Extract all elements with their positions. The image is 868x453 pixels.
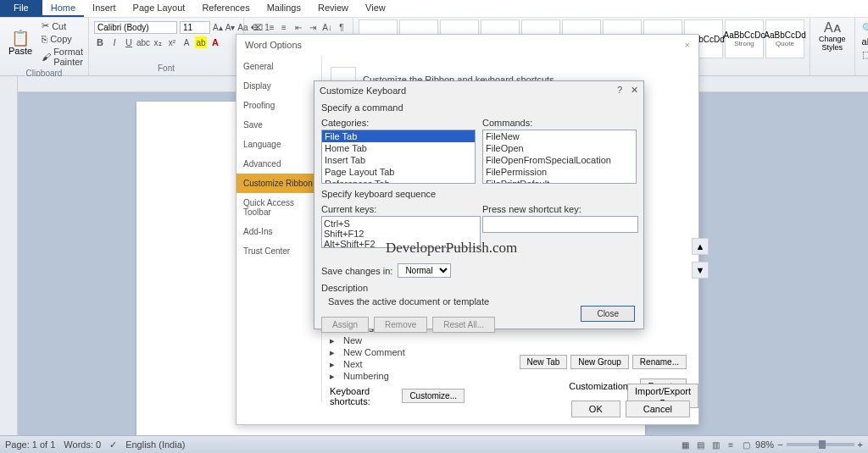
change-styles-button[interactable]: Aᴀ Change Styles <box>815 19 849 53</box>
customize-kbd-button[interactable]: Customize... <box>402 389 465 403</box>
ok-button[interactable]: OK <box>571 401 620 417</box>
reset-all-button[interactable]: Reset All... <box>432 317 495 333</box>
tab-view[interactable]: View <box>357 0 394 17</box>
style-item[interactable]: AaBbCcDdQuote <box>765 19 804 58</box>
grow-font-icon[interactable]: A▴ <box>213 22 223 34</box>
zoom-in-button[interactable]: + <box>858 439 863 450</box>
decrease-indent-icon[interactable]: ⇤ <box>292 21 304 33</box>
sidebar-item[interactable]: Language <box>236 135 321 154</box>
tab-references[interactable]: References <box>193 0 258 17</box>
new-tab-button[interactable]: New Tab <box>520 355 568 369</box>
command-item[interactable]: FilePermission <box>483 166 636 178</box>
current-key-item[interactable]: Shift+F12 <box>324 229 478 239</box>
tab-mailings[interactable]: Mailings <box>259 0 309 17</box>
italic-icon[interactable]: I <box>108 36 120 48</box>
zoom-label[interactable]: 98% <box>755 439 774 450</box>
zoom-slider[interactable] <box>787 443 854 446</box>
tab-page-layout[interactable]: Page Layout <box>125 0 194 17</box>
new-group-button[interactable]: New Group <box>570 355 629 369</box>
sidebar-item[interactable]: Trust Center <box>236 241 321 261</box>
sidebar-item[interactable]: Display <box>236 76 321 96</box>
zoom-out-button[interactable]: − <box>777 439 782 450</box>
superscript-icon[interactable]: x² <box>166 36 178 48</box>
cut-button[interactable]: ✂Cut <box>39 19 86 32</box>
font-color-icon[interactable]: A <box>209 36 221 48</box>
multilevel-icon[interactable]: ≡ <box>278 21 290 33</box>
close-button[interactable]: Close <box>581 306 635 322</box>
reading-layout-icon[interactable]: ▤ <box>694 439 706 450</box>
new-shortcut-input[interactable] <box>482 216 638 233</box>
command-item[interactable]: FilePrintDefault <box>483 178 636 184</box>
bold-icon[interactable]: B <box>94 36 106 48</box>
assign-button[interactable]: Assign <box>321 317 369 333</box>
remove-button[interactable]: Remove <box>374 317 427 333</box>
categories-list[interactable]: File TabHome TabInsert TabPage Layout Ta… <box>321 130 476 184</box>
sidebar-item[interactable]: Advanced <box>236 154 321 174</box>
sidebar-item[interactable]: Add-Ins <box>236 222 321 241</box>
bullets-icon[interactable]: •≡ <box>249 21 261 33</box>
style-item[interactable]: AaBbCcDcStrong <box>725 19 764 58</box>
command-item[interactable]: FileOpenFromSpecialLocation <box>483 154 636 166</box>
sidebar-item[interactable]: Quick Access Toolbar <box>236 193 321 222</box>
select-button[interactable]: ⬚Select▾ <box>860 48 868 61</box>
brush-icon: 🖌 <box>42 52 51 62</box>
tab-home[interactable]: Home <box>42 0 84 17</box>
font-size-select[interactable] <box>180 21 210 34</box>
command-item[interactable]: FileOpen <box>483 142 636 154</box>
command-item[interactable]: FileNew <box>483 130 636 142</box>
numbering-icon[interactable]: 1≡ <box>264 21 275 33</box>
print-layout-icon[interactable]: ▦ <box>679 439 691 450</box>
subscript-icon[interactable]: x₂ <box>152 36 164 48</box>
cut-icon: ✂ <box>42 20 49 31</box>
sidebar-item[interactable]: Customize Ribbon <box>236 174 321 193</box>
tab-file[interactable]: File <box>0 0 42 17</box>
category-item[interactable]: Page Layout Tab <box>322 166 475 178</box>
current-key-item[interactable]: Ctrl+S <box>324 218 478 229</box>
move-up-button[interactable]: ▲ <box>692 238 709 255</box>
spell-check-icon[interactable]: ✓ <box>109 439 117 450</box>
close-icon[interactable]: ✕ <box>631 85 638 96</box>
import-export-label: Import/Export <box>635 386 691 396</box>
web-layout-icon[interactable]: ▥ <box>709 439 721 450</box>
replace-button[interactable]: abReplace <box>860 36 868 47</box>
sort-icon[interactable]: A↓ <box>321 21 333 33</box>
cancel-button[interactable]: Cancel <box>626 401 690 417</box>
draft-icon[interactable]: ▢ <box>740 439 752 450</box>
sidebar-item[interactable]: General <box>236 57 321 76</box>
format-painter-button[interactable]: 🖌Format Painter <box>39 46 86 68</box>
category-item[interactable]: File Tab <box>322 130 475 142</box>
word-count[interactable]: Words: 0 <box>64 439 101 450</box>
commands-list[interactable]: FileNewFileOpenFileOpenFromSpecialLocati… <box>482 130 637 184</box>
sidebar-item[interactable]: Proofing <box>236 96 321 115</box>
show-marks-icon[interactable]: ¶ <box>336 21 348 33</box>
close-icon[interactable]: × <box>685 40 690 50</box>
tab-insert[interactable]: Insert <box>84 0 125 17</box>
find-button[interactable]: 🔍Find▾ <box>860 22 868 35</box>
strike-icon[interactable]: abc <box>137 36 149 48</box>
underline-icon[interactable]: U <box>123 36 135 48</box>
copy-button[interactable]: ⎘Copy <box>39 33 86 45</box>
increase-indent-icon[interactable]: ⇥ <box>307 21 319 33</box>
page-status[interactable]: Page: 1 of 1 <box>5 439 55 450</box>
category-item[interactable]: Insert Tab <box>322 154 475 166</box>
language-status[interactable]: English (India) <box>125 439 185 450</box>
sidebar-item[interactable]: Save <box>236 115 321 135</box>
category-item[interactable]: Home Tab <box>322 142 475 154</box>
font-name-select[interactable] <box>94 21 177 34</box>
specify-command-label: Specify a command <box>321 102 637 113</box>
category-item[interactable]: References Tab <box>322 178 475 184</box>
text-effect-icon[interactable]: A <box>181 36 192 48</box>
description-label: Description <box>321 283 637 293</box>
outline-icon[interactable]: ≡ <box>725 439 737 450</box>
tree-item[interactable]: ▸New <box>330 334 694 346</box>
tab-review[interactable]: Review <box>309 0 357 17</box>
move-down-button[interactable]: ▼ <box>692 262 709 279</box>
highlight-icon[interactable]: ab <box>195 36 207 48</box>
current-keys-label: Current keys: <box>321 204 476 214</box>
copy-label: Copy <box>50 34 72 44</box>
help-icon[interactable]: ? <box>617 85 622 96</box>
shrink-font-icon[interactable]: A▾ <box>225 22 236 34</box>
save-changes-select[interactable]: Normal <box>398 263 451 278</box>
rename-button[interactable]: Rename... <box>632 355 687 369</box>
paste-button[interactable]: 📋 Paste <box>5 30 36 58</box>
